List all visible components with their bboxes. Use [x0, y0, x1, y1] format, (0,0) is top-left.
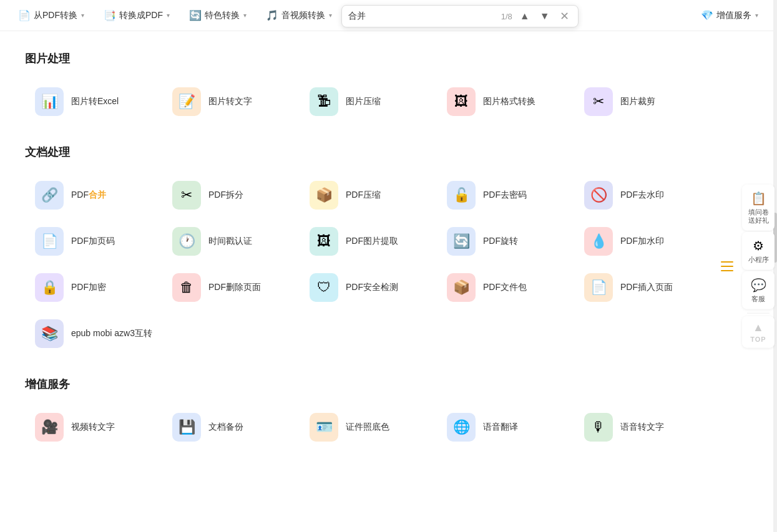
nav-vip-label: 增值服务 [716, 10, 751, 21]
tool-label-pdf-package: PDF文件包 [483, 281, 527, 294]
tool-label-img-format: 图片格式转换 [483, 95, 535, 108]
tool-img-compress[interactable]: 🗜 图片压缩 [300, 79, 437, 125]
section-vip-service: 增值服务 🎥 视频转文字 💾 文档备份 🪪 证件照底色 🌐 语音翻译 🎙 语音转… [25, 377, 752, 450]
section-title-image-processing: 图片处理 [25, 51, 752, 66]
miniapp-icon: ⚙ [753, 238, 764, 253]
tool-label-time-stamp: 时间戳认证 [208, 235, 252, 248]
top-nav: 📄 从PDF转换 ▾ 📑 转换成PDF ▾ 🔄 特色转换 ▾ 🎵 音视频转换 ▾… [0, 0, 777, 31]
tool-pdf-insert-page[interactable]: 📄 PDF插入页面 [574, 264, 711, 311]
tool-pdf-split[interactable]: ✂ PDF拆分 [162, 172, 300, 218]
vip-arrow: ▾ [755, 12, 758, 19]
nav-icon-to-pdf: 📑 [104, 10, 115, 21]
tool-label-pdf-compress: PDF压缩 [346, 189, 381, 201]
tool-label-pdf-rotate: PDF旋转 [483, 235, 518, 248]
tool-pdf-compress[interactable]: 📦 PDF压缩 [300, 172, 437, 218]
tool-speech-to-text[interactable]: 🎙 语音转文字 [574, 404, 711, 450]
survey-label: 填问卷送好礼 [748, 208, 769, 224]
miniapp-label: 小程序 [748, 256, 769, 264]
tool-video-to-text[interactable]: 🎥 视频转文字 [25, 404, 162, 450]
tool-voice-translate[interactable]: 🌐 语音翻译 [437, 404, 574, 450]
nav-item-from-pdf[interactable]: 📄 从PDF转换 ▾ [10, 6, 93, 25]
nav-arrow-special: ▾ [243, 12, 247, 19]
section-image-processing: 图片处理 📊 图片转Excel 📝 图片转文字 🗜 图片压缩 🖼 图片格式转换 … [25, 51, 752, 125]
tool-label-pdf-addwatermark: PDF加水印 [620, 235, 664, 248]
menu-lines [721, 261, 733, 271]
nav-item-to-pdf[interactable]: 📑 转换成PDF ▾ [95, 6, 178, 25]
service-icon: 💬 [751, 278, 766, 293]
nav-label-to-pdf: 转换成PDF [119, 10, 163, 21]
section-title-doc-processing: 文档处理 [25, 145, 752, 160]
tool-label-pdf-split: PDF拆分 [208, 189, 243, 201]
main-content: 图片处理 📊 图片转Excel 📝 图片转文字 🗜 图片压缩 🖼 图片格式转换 … [0, 31, 777, 532]
nav-label-special: 特色转换 [205, 10, 240, 21]
menu-line-2 [721, 266, 733, 267]
nav-arrow-to-pdf: ▾ [167, 12, 170, 19]
tool-label-img-to-text: 图片转文字 [208, 95, 252, 108]
search-popup: 1/8 ▲ ▼ ✕ [341, 5, 579, 27]
sidebar-divider [747, 313, 770, 314]
tool-pdf-encrypt[interactable]: 🔒 PDF加密 [25, 264, 162, 311]
tool-label-pdf-extract-img: PDF图片提取 [346, 235, 398, 248]
nav-arrow-from-pdf: ▾ [81, 12, 84, 19]
survey-button[interactable]: 📋 填问卷送好礼 [742, 184, 775, 230]
tool-label-pdf-delete-page: PDF删除页面 [208, 281, 261, 294]
tool-epub-convert[interactable]: 📚 epub mobi azw3互转 [25, 311, 162, 357]
search-input[interactable] [348, 11, 496, 21]
survey-icon: 📋 [751, 190, 766, 205]
tool-pdf-decrypt[interactable]: 🔓 PDF去密码 [437, 172, 574, 218]
search-next-button[interactable]: ▼ [537, 9, 552, 23]
nav-item-audio-video[interactable]: 🎵 音视频转换 ▾ [258, 6, 341, 25]
tool-label-pdf-decrypt: PDF去密码 [483, 189, 527, 201]
section-doc-processing: 文档处理 🔗 PDF合并 ✂ PDF拆分 📦 PDF压缩 🔓 PDF去密码 🚫 … [25, 145, 752, 357]
tool-pdf-package[interactable]: 📦 PDF文件包 [437, 264, 574, 311]
tool-label-img-crop: 图片裁剪 [620, 95, 655, 108]
nav-icon-audio-video: 🎵 [266, 10, 278, 21]
tool-label-video-to-text: 视频转文字 [71, 421, 115, 433]
tool-pdf-watermark-remove[interactable]: 🚫 PDF去水印 [574, 172, 711, 218]
tool-pdf-rotate[interactable]: 🔄 PDF旋转 [437, 218, 574, 264]
nav-label-from-pdf: 从PDF转换 [34, 10, 77, 21]
tool-img-crop[interactable]: ✂ 图片裁剪 [574, 79, 711, 125]
tool-label-pdf-addpage: PDF加页码 [71, 235, 115, 248]
search-close-button[interactable]: ✕ [557, 8, 572, 24]
tool-doc-backup[interactable]: 💾 文档备份 [162, 404, 300, 450]
top-label: TOP [750, 336, 766, 343]
tool-pdf-delete-page[interactable]: 🗑 PDF删除页面 [162, 264, 300, 311]
top-arrow-icon: ▲ [753, 321, 764, 334]
miniapp-button[interactable]: ⚙ 小程序 [742, 232, 775, 270]
service-label: 客服 [751, 295, 765, 303]
section-title-vip-service: 增值服务 [25, 377, 752, 392]
tool-grid-vip-service: 🎥 视频转文字 💾 文档备份 🪪 证件照底色 🌐 语音翻译 🎙 语音转文字 [25, 404, 752, 450]
tool-id-bg[interactable]: 🪪 证件照底色 [300, 404, 437, 450]
tool-label-epub-convert: epub mobi azw3互转 [71, 327, 152, 340]
tool-label-pdf-security: PDF安全检测 [346, 281, 398, 294]
search-prev-button[interactable]: ▲ [517, 9, 532, 23]
tool-pdf-security[interactable]: 🛡 PDF安全检测 [300, 264, 437, 311]
nav-arrow-audio-video: ▾ [329, 12, 332, 19]
nav-vip[interactable]: 💎 增值服务 ▾ [693, 6, 767, 25]
top-button[interactable]: ▲ TOP [742, 316, 775, 348]
tool-label-doc-backup: 文档备份 [208, 421, 243, 433]
nav-icon-from-pdf: 📄 [19, 10, 30, 21]
right-sidebar: 📋 填问卷送好礼 ⚙ 小程序 💬 客服 ▲ TOP [740, 184, 777, 348]
tool-pdf-merge[interactable]: 🔗 PDF合并 [25, 172, 162, 218]
tool-img-format[interactable]: 🖼 图片格式转换 [437, 79, 574, 125]
tool-label-id-bg: 证件照底色 [346, 421, 389, 433]
tool-pdf-addwatermark[interactable]: 💧 PDF加水印 [574, 218, 711, 264]
search-count: 1/8 [501, 12, 512, 21]
tool-label-speech-to-text: 语音转文字 [620, 421, 664, 433]
menu-line-3 [721, 270, 733, 271]
tool-img-to-excel[interactable]: 📊 图片转Excel [25, 79, 162, 125]
tool-pdf-addpage[interactable]: 📄 PDF加页码 [25, 218, 162, 264]
tool-label-pdf-merge: PDF合并 [71, 189, 106, 201]
tool-img-to-text[interactable]: 📝 图片转文字 [162, 79, 300, 125]
tool-label-pdf-encrypt: PDF加密 [71, 281, 106, 294]
nav-item-special[interactable]: 🔄 特色转换 ▾ [181, 6, 255, 25]
service-button[interactable]: 💬 客服 [742, 271, 775, 309]
tool-time-stamp[interactable]: 🕐 时间戳认证 [162, 218, 300, 264]
tool-pdf-extract-img[interactable]: 🖼 PDF图片提取 [300, 218, 437, 264]
tool-label-img-to-excel: 图片转Excel [71, 95, 119, 108]
tool-label-img-compress: 图片压缩 [346, 95, 381, 108]
vip-icon: 💎 [701, 10, 713, 21]
nav-icon-special: 🔄 [190, 10, 201, 21]
